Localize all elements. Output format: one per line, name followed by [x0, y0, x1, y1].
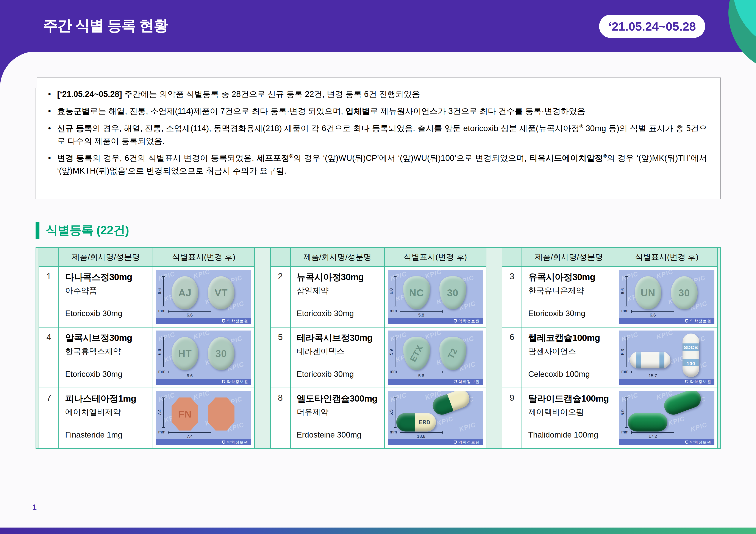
pill-graphics: NC30: [388, 270, 483, 318]
product-cell: 탈라이드캡슐100mg 제이텍바이오팜 Thalidomide 100mg: [522, 388, 616, 449]
pill-shape: [208, 397, 234, 431]
capsule-shape: [430, 391, 472, 417]
pill-mark: FN: [178, 408, 192, 420]
ingredient-name: Finasteride 1mg: [65, 430, 151, 440]
table-spacer-column: [255, 248, 270, 449]
kpic-logo-icon: [454, 319, 457, 322]
identification-cell: KPIC KPIC KPIC KPIC KPIC KPIC 7.4 mm 7.4…: [153, 388, 255, 449]
image-footer-label: 약학정보원: [690, 440, 712, 445]
product-cell: 알콕시브정30mg 한국휴텍스제약 Etoricoxib 30mg: [59, 327, 153, 388]
pill-image: KPIC KPIC KPIC KPIC KPIC KPIC 5.9 mm 5.6…: [388, 331, 483, 385]
row-number: 4: [39, 327, 59, 388]
pill-shape: HT: [172, 337, 198, 370]
table-header-row: 제품/회사명/성분명 식별표시(변경 후) 제품/회사명/성분명 식별표시(변경…: [36, 248, 721, 267]
pill-mark: ERD: [419, 419, 430, 425]
product-cell: 뉴콕시아정30mg 삼일제약 Etoricoxib 30mg: [290, 267, 385, 327]
pill-graphics: HT30: [156, 331, 251, 378]
summary-bullet: [‘21.05.24~05.28] 주간에는 의약품 식별등록 총 28건으로 …: [44, 88, 707, 101]
section-accent-bar: [36, 222, 40, 239]
pill-image: KPIC KPIC KPIC KPIC KPIC KPIC 6.5 mm 18.…: [388, 391, 483, 445]
kpic-logo-icon: [454, 380, 457, 383]
pill-graphics: FN: [156, 391, 251, 439]
pill-mark: VT: [215, 287, 228, 299]
pill-image: KPIC KPIC KPIC KPIC KPIC KPIC 6.6 mm 6.6…: [156, 270, 251, 324]
col-header-mark: 식별표시(변경 후): [153, 248, 255, 267]
pill-image: KPIC KPIC KPIC KPIC KPIC KPIC 7.4 mm 7.4…: [156, 391, 251, 445]
ingredient-name: Etoricoxib 30mg: [528, 309, 614, 318]
ingredient-name: Etoricoxib 30mg: [297, 309, 383, 318]
row-number: 5: [270, 327, 290, 388]
product-name: 유콕시아정30mg: [528, 271, 614, 283]
identification-cell: KPIC KPIC KPIC KPIC KPIC KPIC 5.9 mm 17.…: [616, 388, 717, 449]
company-name: 테라젠이텍스: [297, 346, 383, 357]
pill-shape: 30: [208, 337, 234, 370]
ingredient-name: Etoricoxib 30mg: [65, 309, 151, 318]
col-header-mark: 식별표시(변경 후): [616, 248, 717, 267]
pill-image: KPIC KPIC KPIC KPIC KPIC KPIC 6.0 mm 5.8…: [388, 270, 483, 324]
identification-cell: KPIC KPIC KPIC KPIC KPIC KPIC 5.3 mm 15.…: [616, 327, 717, 388]
row-number: 7: [39, 388, 59, 449]
pill-image: KPIC KPIC KPIC KPIC KPIC KPIC 6.6 mm 6.6…: [156, 331, 251, 385]
identification-cell: KPIC KPIC KPIC KPIC KPIC KPIC 6.6 mm 6.6…: [153, 267, 255, 327]
summary-bullet: 변경 등록의 경우, 6건의 식별표시 변경이 등록되었음. 세프포정®의 경우…: [44, 152, 707, 177]
product-name: 쎌레코캡슐100mg: [528, 332, 614, 344]
pill-shape: 30: [440, 276, 466, 309]
image-footer-label: 약학정보원: [690, 318, 712, 324]
summary-bullet: 효능군별로는 해열, 진통, 소염제(114)제품이 7건으로 최다 등록·변경…: [44, 105, 707, 117]
product-name: 탈라이드캡슐100mg: [528, 393, 614, 405]
pill-mark: NC: [409, 287, 424, 299]
col-header-product: 제품/회사명/성분명: [59, 248, 153, 267]
kpic-logo-icon: [222, 380, 225, 383]
col-header-mark: 식별표시(변경 후): [385, 248, 486, 267]
identification-cell: KPIC KPIC KPIC KPIC KPIC KPIC 6.6 mm 6.6…: [616, 267, 717, 327]
ingredient-name: Etoricoxib 30mg: [297, 370, 383, 379]
page-number: 1: [32, 503, 37, 512]
image-footer-label: 약학정보원: [690, 379, 712, 384]
table-row: 1 다나콕스정30mg 아주약품 Etoricoxib 30mg KPIC KP…: [36, 267, 721, 327]
pill-mark: 30: [447, 287, 458, 299]
image-footer: 약학정보원: [388, 439, 483, 445]
identification-cell: KPIC KPIC KPIC KPIC KPIC KPIC 6.5 mm 18.…: [385, 388, 486, 449]
row-number: 6: [502, 327, 522, 388]
pill-mark: HT: [178, 348, 192, 359]
ingredient-name: Thalidomide 100mg: [528, 430, 614, 440]
image-footer: 약학정보원: [388, 318, 483, 324]
image-footer: 약학정보원: [619, 379, 715, 385]
kpic-logo-icon: [222, 319, 225, 322]
company-name: 제이텍바이오팜: [528, 407, 614, 418]
image-footer-label: 약학정보원: [227, 440, 248, 445]
product-name: 엘도타인캡슐300mg: [297, 393, 383, 405]
kpic-logo-icon: [685, 319, 688, 322]
image-footer-label: 약학정보원: [227, 379, 248, 384]
product-cell: 쎌레코캡슐100mg 팜젠사이언스 Celecoxib 100mg: [522, 327, 616, 388]
company-name: 한국유니온제약: [528, 285, 614, 296]
col-header-product: 제품/회사명/성분명: [522, 248, 616, 267]
col-header-number: [39, 248, 59, 267]
table-edge-column: [36, 248, 39, 449]
kpic-logo-icon: [685, 441, 688, 444]
image-footer: 약학정보원: [388, 379, 483, 385]
product-cell: 유콕시아정30mg 한국유니온제약 Etoricoxib 30mg: [522, 267, 616, 327]
pill-mark: ETX: [408, 343, 425, 363]
identification-cell: KPIC KPIC KPIC KPIC KPIC KPIC 6.6 mm 6.6…: [153, 327, 255, 388]
pill-shape: FN: [172, 397, 198, 431]
col-header-product: 제품/회사명/성분명: [290, 248, 385, 267]
image-footer: 약학정보원: [156, 439, 251, 445]
ingredient-name: Etoricoxib 30mg: [65, 370, 151, 379]
summary-box: [‘21.05.24~05.28] 주간에는 의약품 식별등록 총 28건으로 …: [36, 78, 721, 199]
table-edge-column: [717, 248, 720, 449]
company-name: 더유제약: [297, 407, 383, 418]
product-name: 뉴콕시아정30mg: [297, 271, 383, 283]
capsule-shape: ERD: [396, 413, 436, 431]
company-name: 한국휴텍스제약: [65, 346, 151, 357]
registration-table: 제품/회사명/성분명 식별표시(변경 후) 제품/회사명/성분명 식별표시(변경…: [36, 247, 721, 449]
identification-cell: KPIC KPIC KPIC KPIC KPIC KPIC 5.9 mm 5.6…: [385, 327, 486, 388]
summary-bullet-list: [‘21.05.24~05.28] 주간에는 의약품 식별등록 총 28건으로 …: [44, 88, 707, 177]
page-title: 주간 식별 등록 현황: [43, 16, 168, 36]
pill-mark: SDCB: [683, 345, 699, 350]
company-name: 아주약품: [65, 285, 151, 296]
header-corner-notch: [0, 51, 37, 88]
ingredient-name: Erdosteine 300mg: [297, 430, 383, 440]
capsule-shape: [630, 352, 670, 369]
pill-mark: AJ: [178, 287, 192, 299]
